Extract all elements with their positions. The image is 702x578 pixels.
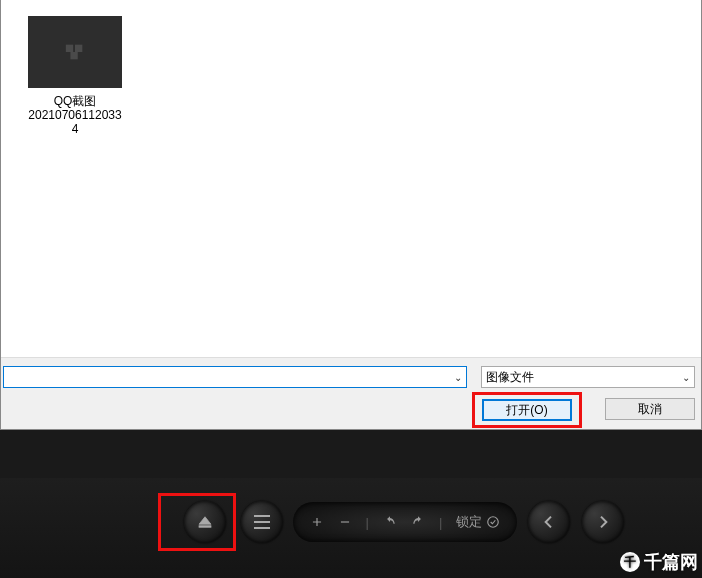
open-file-dialog: QQ截图 202107061120334 ⌄ 图像文件 ⌄ 打开(O) 取消 (0, 0, 702, 430)
track-toolbar: | | 锁定 (293, 502, 517, 542)
minus-icon (338, 515, 352, 529)
svg-rect-1 (75, 45, 82, 52)
open-button[interactable]: 打开(O) (482, 399, 572, 421)
menu-icon (254, 515, 270, 529)
separator: | (439, 515, 442, 530)
svg-rect-0 (66, 45, 73, 52)
cancel-button[interactable]: 取消 (605, 398, 695, 420)
open-button-label: 打开(O) (506, 402, 547, 419)
file-list-area[interactable]: QQ截图 202107061120334 (1, 0, 701, 356)
lock-toggle[interactable]: 锁定 (456, 513, 500, 531)
chevron-down-icon: ⌄ (682, 372, 690, 383)
filetype-label: 图像文件 (486, 369, 534, 386)
lock-label: 锁定 (456, 513, 482, 531)
chevron-right-icon (595, 514, 611, 530)
player-control-bar: | | 锁定 千 千篇网 (0, 478, 702, 578)
watermark-logo-icon: 千 (620, 552, 640, 572)
eject-button[interactable] (184, 501, 226, 543)
dialog-bottom-bar: ⌄ 图像文件 ⌄ 打开(O) 取消 (1, 357, 701, 429)
zoom-in-button[interactable] (310, 515, 324, 529)
svg-rect-5 (341, 521, 349, 522)
highlight-open-button: 打开(O) (472, 392, 582, 428)
undo-button[interactable] (383, 515, 397, 529)
plus-icon (310, 515, 324, 529)
svg-rect-4 (199, 526, 211, 528)
file-name-line2: 202107061120334 (25, 108, 125, 136)
zoom-out-button[interactable] (338, 515, 352, 529)
redo-button[interactable] (411, 515, 425, 529)
previous-button[interactable] (528, 501, 570, 543)
eject-icon (196, 513, 214, 531)
file-name-line1: QQ截图 (25, 94, 125, 108)
filename-input[interactable] (3, 366, 467, 388)
cancel-button-label: 取消 (638, 401, 662, 418)
check-circle-icon (486, 515, 500, 529)
image-placeholder-icon (64, 41, 86, 63)
next-button[interactable] (582, 501, 624, 543)
redo-icon (411, 515, 425, 529)
svg-point-6 (488, 517, 499, 528)
svg-rect-2 (70, 52, 77, 59)
watermark: 千 千篇网 (620, 550, 698, 574)
undo-icon (383, 515, 397, 529)
watermark-text: 千篇网 (644, 550, 698, 574)
separator: | (366, 515, 369, 530)
chevron-left-icon (541, 514, 557, 530)
filetype-select[interactable]: 图像文件 ⌄ (481, 366, 695, 388)
file-item[interactable]: QQ截图 202107061120334 (25, 16, 125, 136)
svg-marker-3 (199, 517, 211, 525)
file-thumbnail (28, 16, 122, 88)
menu-button[interactable] (241, 501, 283, 543)
